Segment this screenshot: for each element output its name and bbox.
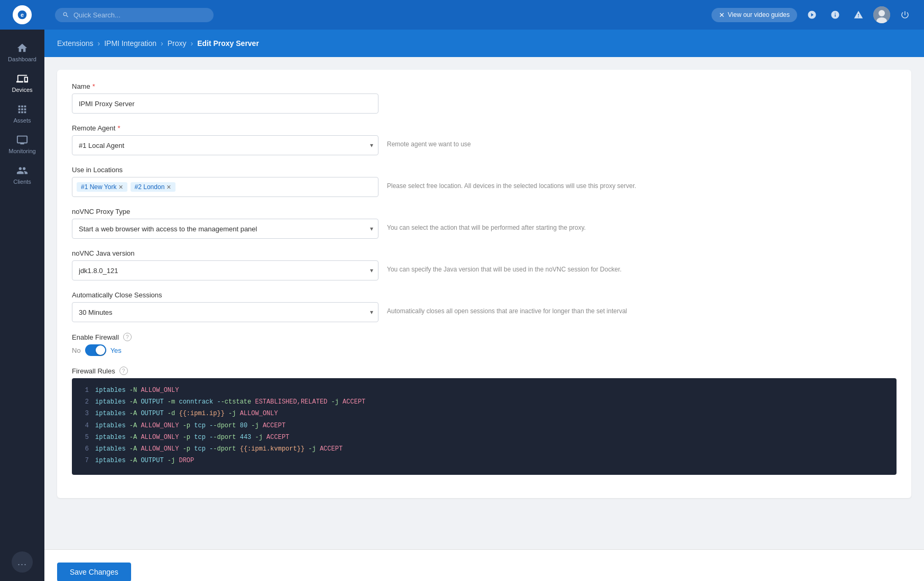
breadcrumb-sep-3: › [190, 39, 193, 48]
locations-group: Use in Locations #1 New York × #2 London… [72, 166, 897, 197]
sidebar-nav: Dashboard Devices Assets Monitoring Clie [0, 30, 44, 551]
toggle-no-label: No [72, 346, 81, 354]
firewall-toggle[interactable] [85, 344, 106, 356]
remote-agent-label: Remote Agent * [72, 124, 897, 132]
home-icon [16, 42, 28, 54]
play-icon[interactable] [803, 6, 820, 23]
assets-icon [16, 104, 28, 115]
sidebar-item-assets[interactable]: Assets [0, 97, 44, 128]
info-icon[interactable] [827, 6, 844, 23]
remote-agent-required-indicator: * [117, 124, 120, 132]
remote-agent-hint: Remote agent we want to use [387, 135, 897, 148]
sidebar-item-monitoring[interactable]: Monitoring [0, 128, 44, 158]
name-group: Name * [72, 82, 897, 114]
firewall-rules-editor[interactable]: 1iptables -N ALLOW_ONLY2iptables -A OUTP… [72, 378, 897, 475]
sidebar: e Dashboard Devices Assets [0, 0, 44, 581]
novnc-java-row: jdk1.8.0_121 ▾ You can specify the Java … [72, 260, 897, 280]
name-label: Name * [72, 82, 897, 90]
locations-hint: Please select free location. All devices… [387, 177, 897, 190]
firewall-toggle-wrap: No Yes [72, 344, 897, 356]
novnc-java-select-container: jdk1.8.0_121 ▾ [72, 260, 378, 280]
search-icon [62, 11, 69, 18]
firewall-rules-label: Firewall Rules ? [72, 367, 897, 375]
power-icon[interactable] [897, 6, 913, 23]
topbar: ✕ View our video guides [44, 0, 924, 30]
svg-point-3 [879, 10, 885, 16]
auto-close-hint: Automatically closes all open sessions t… [387, 302, 897, 315]
name-input-wrap [72, 93, 378, 114]
remote-agent-select[interactable]: #1 Local Agent [72, 135, 378, 155]
novnc-type-label: noVNC Proxy Type [72, 208, 897, 215]
alert-icon[interactable] [850, 6, 867, 23]
save-changes-button[interactable]: Save Changes [57, 563, 131, 582]
novnc-java-select-wrap: jdk1.8.0_121 ▾ [72, 260, 378, 280]
content-area: Name * Remote Agent * [44, 57, 924, 549]
logo-icon: e [13, 5, 32, 24]
location-tag-2-label: #2 London [135, 183, 165, 191]
sidebar-label-dashboard: Dashboard [8, 56, 36, 62]
toggle-yes-label: Yes [110, 346, 122, 354]
locations-tags-input[interactable]: #1 New York × #2 London × [72, 177, 378, 197]
form-card: Name * Remote Agent * [57, 70, 911, 498]
close-x-icon: ✕ [719, 11, 725, 19]
sidebar-item-clients[interactable]: Clients [0, 158, 44, 189]
novnc-java-hint: You can specify the Java version that wi… [387, 260, 897, 273]
sidebar-logo: e [0, 0, 44, 30]
breadcrumb-extensions[interactable]: Extensions [57, 39, 93, 48]
locations-label: Use in Locations [72, 166, 897, 174]
remote-agent-select-wrap: #1 Local Agent ▾ [72, 135, 378, 155]
sidebar-bottom: ... [12, 551, 33, 581]
locations-row: #1 New York × #2 London × Please select … [72, 177, 897, 197]
name-input[interactable] [72, 93, 378, 114]
name-required-indicator: * [93, 82, 95, 90]
auto-close-label: Automatically Close Sessions [72, 291, 897, 299]
location-tag-2-remove[interactable]: × [167, 183, 171, 191]
firewall-help-icon[interactable]: ? [123, 333, 132, 341]
remote-agent-group: Remote Agent * #1 Local Agent ▾ Remote a… [72, 124, 897, 155]
main-area: ✕ View our video guides Extensions › IPM… [44, 0, 924, 581]
footer-bar: Save Changes [44, 549, 924, 581]
sidebar-more-button[interactable]: ... [12, 551, 33, 573]
novnc-type-select-wrap: Start a web browser with access to the m… [72, 219, 378, 239]
novnc-java-select[interactable]: jdk1.8.0_121 [72, 260, 378, 280]
clients-icon [16, 165, 28, 176]
sidebar-label-monitoring: Monitoring [8, 148, 35, 154]
devices-icon [16, 73, 28, 85]
location-tag-1-label: #1 New York [81, 183, 116, 191]
remote-agent-select-container: #1 Local Agent ▾ [72, 135, 378, 155]
sidebar-item-dashboard[interactable]: Dashboard [0, 36, 44, 67]
novnc-type-group: noVNC Proxy Type Start a web browser wit… [72, 208, 897, 239]
location-tag-2: #2 London × [131, 182, 175, 192]
location-tag-1: #1 New York × [77, 182, 127, 192]
firewall-label: Enable Firewall ? [72, 333, 897, 341]
search-box[interactable] [55, 8, 214, 22]
firewall-rules-help-icon[interactable]: ? [119, 367, 128, 375]
firewall-rules-group: Firewall Rules ? 1iptables -N ALLOW_ONLY… [72, 367, 897, 475]
locations-input-wrap: #1 New York × #2 London × [72, 177, 378, 197]
auto-close-select[interactable]: 30 Minutes [72, 302, 378, 322]
novnc-java-label: noVNC Java version [72, 249, 897, 257]
remote-agent-row: #1 Local Agent ▾ Remote agent we want to… [72, 135, 897, 155]
auto-close-group: Automatically Close Sessions 30 Minutes … [72, 291, 897, 322]
novnc-java-group: noVNC Java version jdk1.8.0_121 ▾ You ca… [72, 249, 897, 280]
sidebar-label-assets: Assets [13, 117, 31, 124]
breadcrumb-sep-1: › [97, 39, 100, 48]
auto-close-row: 30 Minutes ▾ Automatically closes all op… [72, 302, 897, 322]
video-guides-button[interactable]: ✕ View our video guides [712, 8, 797, 22]
breadcrumb-ipmi[interactable]: IPMI Integration [104, 39, 156, 48]
name-row [72, 93, 897, 114]
auto-close-select-wrap: 30 Minutes ▾ [72, 302, 378, 322]
novnc-type-select-container: Start a web browser with access to the m… [72, 219, 378, 239]
svg-text:e: e [21, 12, 24, 18]
breadcrumb-sep-2: › [161, 39, 163, 48]
search-input[interactable] [73, 11, 206, 19]
topbar-right: ✕ View our video guides [712, 6, 913, 23]
breadcrumb-proxy[interactable]: Proxy [168, 39, 187, 48]
sidebar-label-clients: Clients [13, 179, 31, 185]
sidebar-item-devices[interactable]: Devices [0, 67, 44, 97]
novnc-type-select[interactable]: Start a web browser with access to the m… [72, 219, 378, 239]
video-guides-label: View our video guides [728, 11, 790, 18]
location-tag-1-remove[interactable]: × [118, 183, 123, 191]
user-avatar[interactable] [873, 6, 890, 23]
breadcrumb-current: Edit Proxy Server [197, 39, 259, 48]
